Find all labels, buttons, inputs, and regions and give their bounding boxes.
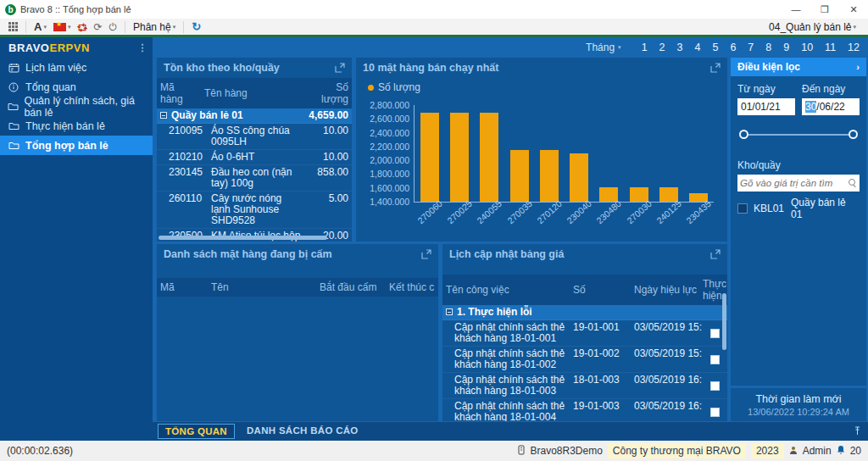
inventory-row[interactable]: 210095Áo SS công chúa 0095LH10.00 [157, 124, 352, 150]
month-12[interactable]: 12 [848, 42, 860, 53]
font-button[interactable]: A ▾ [31, 19, 50, 35]
font-icon: A [34, 20, 42, 33]
warehouse-checkbox[interactable] [737, 203, 748, 214]
fiscal-year[interactable]: 2023 [751, 443, 784, 458]
column-header[interactable]: Số [570, 280, 631, 299]
date-range-slider[interactable] [739, 129, 858, 141]
month-5[interactable]: 5 [712, 42, 718, 53]
month-1[interactable]: 1 [642, 42, 648, 53]
month-11[interactable]: 11 [825, 42, 836, 53]
chart-legend: Số lượng [356, 78, 727, 93]
bar-270025[interactable] [450, 113, 469, 202]
expand-icon[interactable] [710, 63, 721, 73]
maximize-button[interactable]: ❐ [810, 0, 839, 19]
export-pdf-button[interactable]: ⮔ [74, 19, 90, 35]
month-10[interactable]: 10 [801, 42, 813, 53]
execute-checkbox[interactable] [710, 355, 720, 364]
module-menu-button[interactable]: Phân hệ ▾ [130, 19, 179, 35]
bar-270035[interactable] [510, 150, 529, 202]
month-4[interactable]: 4 [694, 42, 700, 53]
module-selector[interactable]: 04_Quản lý bán lẻ ▾ [769, 21, 863, 33]
price-update-row[interactable]: Cập nhật chính sách thẻ khách hàng 18-01… [442, 399, 727, 421]
column-header[interactable]: Mã [157, 278, 208, 297]
price-update-row[interactable]: Cập nhật chính sách thẻ khách hàng 18-01… [442, 320, 727, 347]
job-number: 18-01-003 [570, 373, 631, 398]
execute-checkbox[interactable] [710, 408, 720, 417]
inventory-row[interactable]: 260110Cây nước nóng lạnh Sunhouse SHD952… [157, 192, 352, 229]
menu-grid-button[interactable] [5, 19, 21, 35]
column-header[interactable]: Tên [208, 278, 316, 297]
refresh-button[interactable]: ↻ [188, 19, 204, 35]
sidebar-item-2[interactable]: Quản lý chính sách, giá bán lẻ [0, 97, 153, 116]
slider-handle-left[interactable] [739, 130, 748, 139]
top-products-chart-panel: 10 mặt hàng bán chạy nhất Số lượng 1,400… [356, 58, 727, 242]
month-6[interactable]: 6 [730, 42, 736, 53]
chart-panel-title: 10 mặt hàng bán chạy nhất [363, 62, 498, 74]
language-button[interactable]: ▾ [50, 19, 75, 35]
expand-icon[interactable] [710, 249, 721, 259]
price-update-row[interactable]: Cập nhật chính sách thẻ khách hàng 18-01… [442, 373, 727, 399]
month-9[interactable]: 9 [783, 42, 789, 53]
y-axis-tick: 2,400.000 [370, 128, 415, 138]
sync-button[interactable]: ⟳ [90, 19, 105, 35]
inventory-group-row[interactable]: Quầy bán lẻ 014,659.00 [157, 108, 352, 124]
to-date-input[interactable]: 30/06/22 [802, 98, 860, 115]
collapse-icon[interactable] [160, 112, 167, 119]
item-name: Áo SS công chúa 0095LH [208, 124, 304, 149]
column-header[interactable]: Tên hàng [201, 84, 304, 103]
bar-240055[interactable] [480, 113, 498, 202]
logout-button[interactable]: ⏻ [105, 19, 120, 35]
bar-270120[interactable] [540, 150, 559, 202]
refresh-time-label: Thời gian làm mới [755, 393, 841, 405]
inventory-row[interactable]: 210210Áo 0-6HT10.00 [157, 150, 352, 165]
column-header[interactable]: Kết thúc c [386, 278, 438, 297]
execute-checkbox[interactable] [710, 381, 720, 391]
grid-icon [8, 22, 18, 31]
tab-0[interactable]: TỔNG QUAN [158, 424, 235, 439]
column-header[interactable]: Ngày hiệu lực [631, 280, 702, 299]
tab-1[interactable]: DANH SÁCH BÁO CÁO [240, 424, 365, 439]
horizontal-scrollbar[interactable] [159, 236, 350, 240]
inventory-row[interactable]: 230145Đầu heo con (nặn tay) 100g858.00 [157, 165, 352, 192]
expand-icon[interactable] [335, 63, 345, 73]
y-axis-tick: 1,800.000 [370, 169, 415, 179]
month-3[interactable]: 3 [677, 42, 683, 53]
user-name[interactable]: Admin [803, 445, 832, 457]
group-qty: 4,659.00 [304, 108, 352, 123]
column-header[interactable]: Bắt đầu cấm [316, 278, 386, 297]
inventory-table-body: Quầy bán lẻ 014,659.00210095Áo SS công c… [157, 108, 352, 242]
price-group-row[interactable]: 1. Thực hiện lỗi [442, 305, 727, 320]
column-header[interactable]: Mã hàng [157, 78, 201, 108]
collapse-icon[interactable] [446, 308, 453, 315]
from-date-input[interactable]: 01/01/21 [737, 98, 795, 115]
sidebar-item-3[interactable]: Thực hiện bán lẻ [0, 116, 153, 136]
slider-handle-right[interactable] [849, 130, 858, 139]
month-label: Tháng [586, 42, 615, 53]
notification-bell-icon[interactable] [837, 445, 845, 457]
server-name[interactable]: Bravo8R3Demo [530, 445, 602, 457]
execute-checkbox[interactable] [710, 329, 720, 338]
filter-panel-header[interactable]: Điều kiện lọc › [731, 58, 866, 76]
month-7[interactable]: 7 [748, 42, 754, 53]
sidebar-item-0[interactable]: Lịch làm việc [0, 58, 153, 77]
warehouse-list-item[interactable]: KBL01 Quầy bán lẻ 01 [737, 197, 860, 220]
search-icon [849, 179, 857, 187]
pin-icon[interactable] [854, 426, 861, 437]
minimize-button[interactable]: — [782, 0, 810, 19]
bar-270060[interactable] [420, 113, 439, 202]
expand-icon[interactable] [421, 249, 431, 259]
price-table-body: 1. Thực hiện lỗiCập nhật chính sách thẻ … [442, 305, 727, 421]
warehouse-search-input[interactable] [740, 178, 849, 188]
column-header[interactable]: Số lượng [304, 78, 352, 108]
sidebar-item-4[interactable]: Tổng hợp bán lẻ [0, 136, 153, 155]
y-axis-tick: 2,000.000 [370, 155, 415, 165]
company-name[interactable]: Công ty thương mại BRAVO [608, 443, 746, 458]
vertical-scrollbar[interactable] [722, 293, 726, 418]
column-header[interactable]: Tên công việc [442, 280, 570, 299]
bar-230040[interactable] [570, 153, 588, 202]
price-update-row[interactable]: Cập nhật chính sách thẻ khách hàng 18-01… [442, 347, 727, 373]
sidebar-menu-icon[interactable]: ⋮ [138, 42, 153, 53]
month-8[interactable]: 8 [765, 42, 771, 53]
close-button[interactable]: ✕ [839, 0, 868, 19]
month-2[interactable]: 2 [659, 42, 665, 53]
